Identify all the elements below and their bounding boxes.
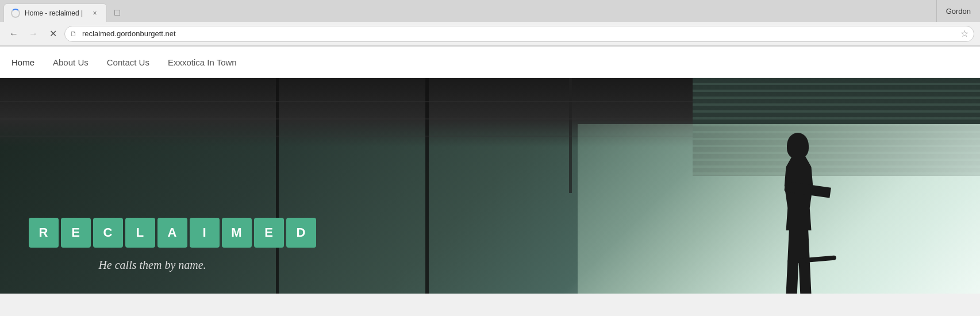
nav-item-exxxotica[interactable]: Exxxotica In Town	[159, 47, 246, 78]
tab-close-button[interactable]: ×	[90, 9, 99, 18]
silhouette-head	[787, 133, 809, 159]
letter-tile-a: A	[157, 218, 187, 248]
nav-item-home[interactable]: Home	[11, 47, 44, 78]
letter-tile-e2: E	[254, 218, 284, 248]
bookmark-icon[interactable]: ☆	[960, 28, 969, 39]
site-navigation: Home About Us Contact Us Exxxotica In To…	[0, 47, 980, 78]
back-button[interactable]: ←	[6, 26, 22, 42]
hero-section: R E C L A I M E D He calls them by name.	[0, 78, 980, 294]
new-tab-icon: □	[114, 7, 120, 18]
letter-tile-i: I	[190, 218, 220, 248]
tab-bar: Home - reclaimed | × □ Gordon	[0, 0, 980, 22]
letter-tile-l: L	[125, 218, 155, 248]
nav-item-contact[interactable]: Contact Us	[98, 47, 159, 78]
user-profile-button[interactable]: Gordon	[936, 0, 980, 22]
back-icon: ←	[9, 29, 18, 39]
reclaimed-logo: R E C L A I M E D	[29, 218, 316, 248]
reload-stop-button[interactable]: ✕	[45, 26, 61, 42]
beam-1	[276, 78, 279, 294]
letter-tile-c: C	[93, 218, 123, 248]
url-input[interactable]	[64, 26, 974, 42]
forward-button[interactable]: →	[25, 26, 41, 42]
letter-tile-r: R	[29, 218, 59, 248]
new-tab-button[interactable]: □	[109, 5, 125, 21]
letter-tile-m: M	[222, 218, 252, 248]
silhouette	[762, 133, 831, 294]
letter-tile-e1: E	[61, 218, 91, 248]
url-container: 🗋 ☆	[64, 26, 974, 42]
beam-2	[425, 78, 429, 294]
hero-tagline: He calls them by name.	[29, 259, 276, 272]
browser-chrome: Home - reclaimed | × □ Gordon ← → ✕ 🗋 ☆	[0, 0, 980, 47]
nav-item-about[interactable]: About Us	[44, 47, 98, 78]
document-icon: 🗋	[70, 30, 77, 38]
active-tab[interactable]: Home - reclaimed | ×	[3, 3, 107, 22]
address-bar: ← → ✕ 🗋 ☆	[0, 22, 980, 46]
close-icon: ✕	[49, 28, 57, 39]
forward-icon: →	[29, 29, 38, 39]
loading-icon	[11, 9, 20, 18]
website-content: Home About Us Contact Us Exxxotica In To…	[0, 47, 980, 294]
letter-tile-d: D	[286, 218, 316, 248]
tab-title: Home - reclaimed |	[25, 9, 86, 17]
